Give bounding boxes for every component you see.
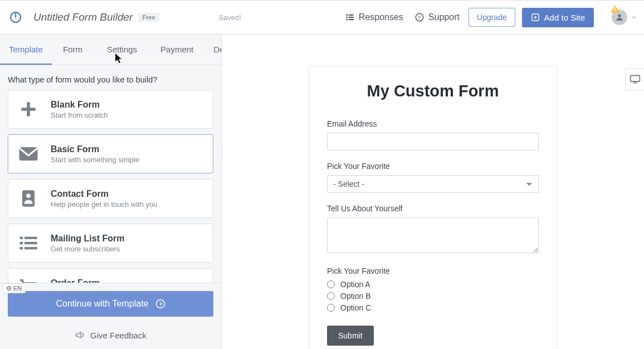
template-desc: Start with something simple bbox=[51, 156, 139, 164]
radio-option-c[interactable] bbox=[327, 304, 335, 312]
tab-payment[interactable]: Payment bbox=[150, 35, 203, 65]
language-badge[interactable]: EN bbox=[2, 283, 26, 293]
svg-rect-2 bbox=[346, 14, 348, 16]
svg-rect-25 bbox=[19, 242, 23, 244]
svg-point-22 bbox=[26, 193, 31, 198]
template-name: Blank Form bbox=[51, 100, 108, 110]
field-label-textarea: Tell Us About Yourself bbox=[327, 204, 539, 213]
radio-label: Option B bbox=[340, 292, 370, 300]
template-name: Mailing List Form bbox=[51, 234, 124, 244]
tab-form[interactable]: Form bbox=[52, 35, 94, 65]
template-list: Blank Form Start from scratch Basic Form… bbox=[0, 90, 221, 283]
template-blank[interactable]: Blank Form Start from scratch bbox=[8, 90, 213, 129]
svg-rect-28 bbox=[25, 247, 37, 249]
alert-icon bbox=[611, 5, 619, 15]
template-desc: Start from scratch bbox=[51, 111, 108, 119]
upgrade-button[interactable]: Upgrade bbox=[469, 8, 515, 27]
favorite-select[interactable]: - Select - bbox=[327, 175, 539, 193]
save-status: Saved! bbox=[218, 13, 241, 22]
preview-pane: My Custom Form Email Address Pick Your F… bbox=[222, 35, 644, 349]
tab-settings[interactable]: Settings bbox=[94, 35, 150, 65]
svg-point-34 bbox=[156, 300, 164, 308]
radio-option-b[interactable] bbox=[327, 292, 335, 300]
arrow-right-circle-icon bbox=[155, 299, 165, 309]
envelope-icon bbox=[16, 143, 41, 165]
svg-rect-24 bbox=[25, 237, 37, 239]
account-menu[interactable] bbox=[612, 9, 637, 25]
svg-rect-4 bbox=[346, 19, 348, 20]
svg-rect-21 bbox=[22, 190, 35, 207]
desktop-icon bbox=[630, 74, 641, 84]
form-title[interactable]: Untitled Form Builder bbox=[33, 11, 133, 23]
svg-rect-19 bbox=[21, 108, 36, 111]
template-desc: Help people get in touch with you bbox=[51, 200, 158, 209]
template-mailing[interactable]: Mailing List Form Get more subscribers bbox=[8, 224, 213, 263]
field-label-email: Email Address bbox=[327, 119, 539, 128]
template-desc: Get more subscribers bbox=[51, 245, 124, 253]
svg-rect-23 bbox=[19, 237, 23, 239]
add-to-site-button[interactable]: Add to Site bbox=[522, 8, 594, 27]
app-logo bbox=[9, 11, 22, 24]
megaphone-icon bbox=[75, 330, 85, 340]
sidebar: Template Form Settings Payment Design Wh… bbox=[0, 35, 222, 349]
form-heading: My Custom Form bbox=[327, 82, 539, 100]
plus-icon bbox=[16, 98, 41, 120]
svg-rect-14 bbox=[614, 7, 616, 10]
continue-label: Continue with Template bbox=[56, 299, 148, 309]
template-name: Order Form bbox=[51, 278, 158, 283]
help-icon: ? bbox=[414, 12, 425, 22]
feedback-link[interactable]: Give Feedback bbox=[0, 324, 221, 349]
svg-rect-26 bbox=[25, 242, 37, 244]
list-lines-icon bbox=[16, 232, 41, 254]
contact-icon bbox=[16, 187, 41, 210]
globe-icon bbox=[6, 285, 12, 291]
svg-rect-6 bbox=[349, 17, 354, 18]
template-order[interactable]: Order Form Take orders through your webs… bbox=[8, 268, 213, 283]
feedback-label: Give Feedback bbox=[90, 331, 147, 340]
submit-button[interactable]: Submit bbox=[327, 326, 374, 346]
language-code: EN bbox=[13, 285, 22, 292]
template-contact[interactable]: Contact Form Help people get in touch wi… bbox=[8, 179, 213, 218]
tab-template[interactable]: Template bbox=[0, 35, 52, 65]
responses-label: Responses bbox=[359, 12, 403, 22]
svg-rect-27 bbox=[19, 247, 23, 249]
svg-rect-36 bbox=[633, 83, 637, 84]
svg-text:?: ? bbox=[418, 14, 421, 21]
support-label: Support bbox=[428, 12, 460, 22]
cart-icon bbox=[16, 277, 41, 283]
svg-rect-5 bbox=[349, 14, 354, 16]
responses-link[interactable]: Responses bbox=[343, 9, 406, 26]
radio-label: Option A bbox=[340, 280, 370, 289]
plan-badge: Free bbox=[138, 13, 159, 22]
sidebar-tabs: Template Form Settings Payment Design bbox=[0, 35, 221, 65]
radio-label: Option C bbox=[340, 303, 371, 312]
radio-option-a[interactable] bbox=[327, 280, 335, 288]
plus-square-icon bbox=[531, 13, 540, 22]
template-basic[interactable]: Basic Form Start with something simple bbox=[8, 134, 213, 173]
svg-rect-7 bbox=[349, 19, 354, 20]
svg-rect-20 bbox=[19, 147, 38, 161]
email-input[interactable] bbox=[327, 133, 539, 151]
svg-rect-35 bbox=[630, 75, 640, 81]
add-to-site-label: Add to Site bbox=[544, 13, 585, 22]
field-label-select: Pick Your Favorite bbox=[327, 162, 539, 171]
field-label-radio: Pick Your Favorite bbox=[327, 266, 539, 275]
form-preview-card: My Custom Form Email Address Pick Your F… bbox=[309, 66, 557, 349]
svg-rect-3 bbox=[346, 17, 348, 18]
about-textarea[interactable] bbox=[327, 217, 539, 253]
template-name: Basic Form bbox=[51, 144, 139, 154]
svg-rect-15 bbox=[614, 11, 616, 12]
continue-button[interactable]: Continue with Template bbox=[8, 291, 213, 317]
template-name: Contact Form bbox=[51, 189, 158, 199]
template-question: What type of form would you like to buil… bbox=[0, 65, 221, 90]
chevron-down-icon bbox=[631, 14, 637, 21]
list-icon bbox=[345, 12, 355, 22]
device-toggle[interactable] bbox=[625, 68, 644, 90]
support-link[interactable]: ? Support bbox=[412, 9, 462, 26]
